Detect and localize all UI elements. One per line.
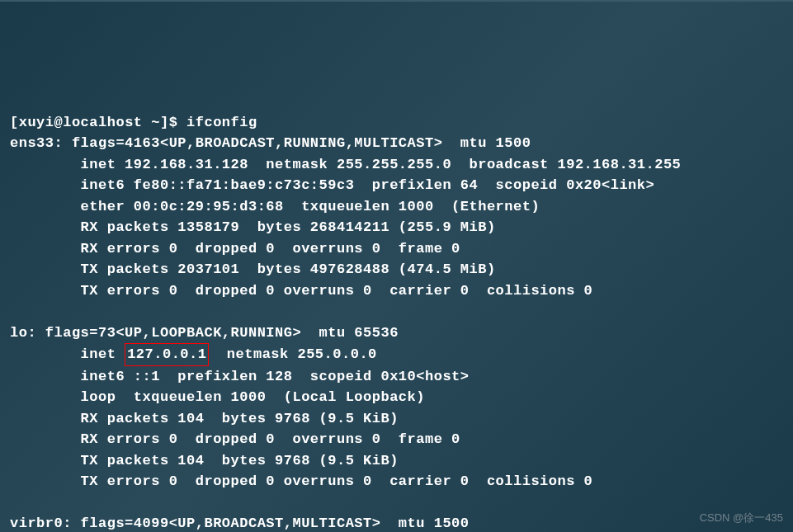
ens33-rx-errors: RX errors 0 dropped 0 overruns 0 frame 0 (10, 241, 460, 257)
ens33-inet: inet 192.168.31.128 netmask 255.255.255.… (10, 157, 681, 172)
ens33-rx-packets: RX packets 1358179 bytes 268414211 (255.… (10, 219, 496, 235)
virbr0-header: virbr0: flags=4099<UP,BROADCAST,MULTICAS… (10, 516, 470, 531)
watermark: CSDN @徐一435 (700, 510, 783, 526)
lo-rx-errors: RX errors 0 dropped 0 overruns 0 frame 0 (10, 431, 460, 447)
ens33-header: ens33: flags=4163<UP,BROADCAST,RUNNING,M… (10, 135, 531, 151)
terminal-output: [xuyi@localhost ~]$ ifconfig ens33: flag… (10, 112, 783, 533)
prompt-host: localhost (63, 115, 142, 130)
ens33-tx-errors: TX errors 0 dropped 0 overruns 0 carrier… (10, 283, 592, 299)
ens33-inet6: inet6 fe80::fa71:bae9:c73c:59c3 prefixle… (10, 177, 654, 193)
lo-rx-packets: RX packets 104 bytes 9768 (9.5 KiB) (10, 411, 399, 426)
command-text: ifconfig (186, 115, 257, 130)
lo-inet-suffix: netmask 255.0.0.0 (209, 346, 376, 362)
prompt-line[interactable]: [xuyi@localhost ~]$ ifconfig (10, 115, 257, 130)
prompt-dir: ~ (151, 115, 160, 130)
lo-inet6: inet6 ::1 prefixlen 128 scopeid 0x10<hos… (10, 369, 470, 384)
lo-header: lo: flags=73<UP,LOOPBACK,RUNNING> mtu 65… (10, 325, 399, 341)
lo-ip-highlighted: 127.0.0.1 (125, 343, 209, 366)
lo-inet-prefix: inet (10, 346, 125, 362)
prompt-user: xuyi (19, 115, 54, 130)
lo-loop: loop txqueuelen 1000 (Local Loopback) (10, 389, 425, 405)
ens33-ether: ether 00:0c:29:95:d3:68 txqueuelen 1000 … (10, 199, 540, 214)
lo-tx-errors: TX errors 0 dropped 0 overruns 0 carrier… (10, 473, 592, 489)
prompt-symbol: $ (169, 115, 178, 130)
lo-tx-packets: TX packets 104 bytes 9768 (9.5 KiB) (10, 453, 399, 468)
ens33-tx-packets: TX packets 2037101 bytes 497628488 (474.… (10, 261, 496, 277)
